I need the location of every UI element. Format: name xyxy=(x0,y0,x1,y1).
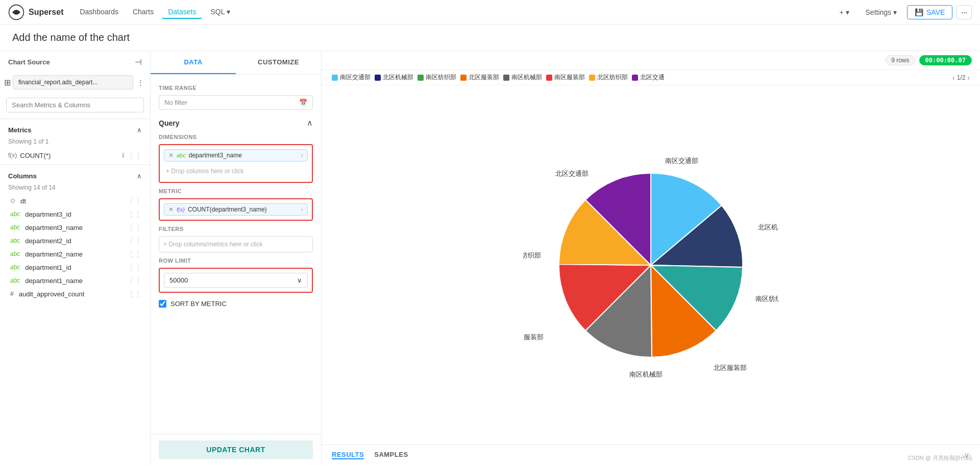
legend-label-1: 北区机械部 xyxy=(383,73,413,82)
top-right-actions: + ▾ Settings ▾ 💾 SAVE ··· xyxy=(833,5,972,19)
dimensions-box: ✕ abc department3_name › + Drop columns … xyxy=(159,144,313,183)
search-input[interactable] xyxy=(6,98,144,112)
dimension-remove-icon[interactable]: ✕ xyxy=(168,152,174,159)
sort-by-metric-row: SORT BY METRIC xyxy=(159,298,313,312)
datasource-more-button[interactable]: ⋮ xyxy=(135,77,146,88)
query-title: Query xyxy=(159,119,179,127)
column-dept3-id: abc department3_id ⋮⋮ xyxy=(0,207,150,221)
col-drag-handle[interactable]: ⋮⋮ xyxy=(128,237,142,245)
col-name: department3_id xyxy=(25,211,125,218)
page-header: Add the name of the chart xyxy=(0,25,980,51)
metric-remove-icon[interactable]: ✕ xyxy=(168,206,174,213)
dimensions-label: DIMENSIONS xyxy=(159,134,313,140)
row-limit-label: ROW LIMIT xyxy=(159,258,313,264)
dimension-type: abc xyxy=(177,152,186,158)
row-limit-chevron-icon: ∨ xyxy=(297,276,302,284)
filters-label: FILTERS xyxy=(159,226,313,232)
settings-button[interactable]: Settings ▾ xyxy=(860,6,903,18)
filters-box[interactable]: + Drop columns/metrics here or click xyxy=(159,236,313,252)
sidebar-collapse-button[interactable]: ⊣ xyxy=(135,57,142,67)
metric-name: COUNT(department3_name) xyxy=(188,206,298,213)
nav-sql[interactable]: SQL ▾ xyxy=(204,6,236,19)
legend-bar: 南区交通部 北区机械部 南区纺织部 北区服装部 南区机械部 南区服装部 xyxy=(322,70,980,85)
add-button[interactable]: + ▾ xyxy=(833,6,855,18)
pie-label-3: 北区服装部 xyxy=(714,364,747,371)
col-name: department3_name xyxy=(25,224,125,231)
datasource-row: ⊞ financial_report.ads_depart... ⋮ xyxy=(0,73,150,94)
metric-icons: ℹ xyxy=(122,152,125,159)
datasource-name[interactable]: financial_report.ads_depart... xyxy=(13,75,133,89)
metrics-showing: Showing 1 of 1 xyxy=(0,137,150,148)
col-drag-handle[interactable]: ⋮⋮ xyxy=(128,290,142,298)
metric-expand-icon[interactable]: › xyxy=(301,206,303,213)
watermark: CSDN @ 月亮给我抄代码 xyxy=(908,454,972,462)
col-drag-handle[interactable]: ⋮⋮ xyxy=(128,223,142,231)
update-chart-button[interactable]: UPDATE CHART xyxy=(159,440,313,459)
legend-label-2: 南区纺织部 xyxy=(426,73,456,82)
metric-name: COUNT(*) xyxy=(20,152,119,159)
legend-item-6: 北区纺织部 xyxy=(589,73,628,82)
column-dept3-name: abc department3_name ⋮⋮ xyxy=(0,221,150,234)
legend-next-button[interactable]: › xyxy=(967,74,970,82)
col-type-abc: abc xyxy=(8,210,22,218)
sort-by-metric-label: SORT BY METRIC xyxy=(170,300,227,308)
metric-tag[interactable]: ✕ f(x) COUNT(department3_name) › xyxy=(164,203,308,216)
dimension-name: department3_name xyxy=(189,152,298,159)
chart-bottom: RESULTS SAMPLES ∨ xyxy=(322,445,980,465)
metric-type: f(x) xyxy=(177,206,185,213)
nav-dashboards[interactable]: Dashboards xyxy=(74,6,125,19)
nav-datasets[interactable]: Datasets xyxy=(162,6,202,19)
dimension-tag[interactable]: ✕ abc department3_name › xyxy=(164,149,308,161)
columns-showing: Showing 14 of 14 xyxy=(0,183,150,194)
metric-drag-handle[interactable]: ⋮⋮ xyxy=(128,151,142,159)
col-name: department1_id xyxy=(25,264,125,271)
sidebar-scroll-area: Metrics ∧ Showing 1 of 1 f(x) COUNT(*) ℹ… xyxy=(0,116,150,465)
col-name: department1_name xyxy=(25,277,125,285)
columns-toggle[interactable]: ∧ xyxy=(137,172,142,180)
time-range-input[interactable]: No filter 📅 xyxy=(159,95,313,110)
query-collapse-button[interactable]: ∧ xyxy=(307,118,313,128)
col-drag-handle[interactable]: ⋮⋮ xyxy=(128,197,142,205)
main-layout: Chart Source ⊣ ⊞ financial_report.ads_de… xyxy=(0,51,980,465)
sort-by-metric-checkbox[interactable] xyxy=(159,300,166,308)
row-limit-box: 50000 ∨ xyxy=(159,268,313,293)
row-limit-select[interactable]: 50000 ∨ xyxy=(164,273,308,288)
col-name: department2_name xyxy=(25,250,125,258)
more-options-button[interactable]: ··· xyxy=(957,5,972,19)
nav-charts[interactable]: Charts xyxy=(127,6,160,19)
legend-prev-button[interactable]: ‹ xyxy=(952,74,955,82)
column-dept1-name: abc department1_name ⋮⋮ xyxy=(0,274,150,287)
tab-customize[interactable]: CUSTOMIZE xyxy=(236,51,321,74)
legend-item-5: 南区服装部 xyxy=(546,73,585,82)
top-navigation: Superset Dashboards Charts Datasets SQL … xyxy=(0,0,980,25)
col-drag-handle[interactable]: ⋮⋮ xyxy=(128,250,142,258)
results-tab-results[interactable]: RESULTS xyxy=(332,451,364,459)
panel-scroll-area: TIME RANGE No filter 📅 Query ∧ DIMENSION… xyxy=(151,75,321,434)
metric-info-icon[interactable]: ℹ xyxy=(122,152,125,159)
dimension-expand-icon[interactable]: › xyxy=(301,152,303,159)
rows-badge: 9 rows xyxy=(886,55,915,65)
metrics-toggle[interactable]: ∧ xyxy=(137,126,142,134)
time-range-section: TIME RANGE No filter 📅 xyxy=(151,75,321,110)
col-drag-handle[interactable]: ⋮⋮ xyxy=(128,210,142,218)
save-button[interactable]: 💾 SAVE xyxy=(907,5,952,19)
results-tab-samples[interactable]: SAMPLES xyxy=(374,451,408,459)
pie-label-4: 南区机械部 xyxy=(629,370,663,378)
col-drag-handle[interactable]: ⋮⋮ xyxy=(128,276,142,285)
col-type-abc: abc xyxy=(8,237,22,245)
app-logo: Superset xyxy=(8,4,63,20)
pie-label-5: 南区服装部 xyxy=(523,333,544,341)
col-type-clock: ⊙ xyxy=(8,197,17,205)
tab-data[interactable]: DATA xyxy=(151,51,236,74)
legend-item-0: 南区交通部 xyxy=(332,73,371,82)
query-header: Query ∧ xyxy=(159,114,313,132)
middle-panel: DATA CUSTOMIZE TIME RANGE No filter 📅 Qu… xyxy=(151,51,322,465)
col-drag-handle[interactable]: ⋮⋮ xyxy=(128,263,142,271)
column-dept1-id: abc department1_id ⋮⋮ xyxy=(0,261,150,274)
metric-item-count: f(x) COUNT(*) ℹ ⋮⋮ xyxy=(0,148,150,162)
filter-drop-hint[interactable]: + Drop columns/metrics here or click xyxy=(163,241,308,248)
dimension-drop-hint[interactable]: + Drop columns here or click xyxy=(164,165,308,178)
legend-label-7: 北区交通 xyxy=(640,73,665,82)
metric-box: ✕ f(x) COUNT(department3_name) › xyxy=(159,198,313,221)
datasource-grid-icon: ⊞ xyxy=(4,78,11,87)
